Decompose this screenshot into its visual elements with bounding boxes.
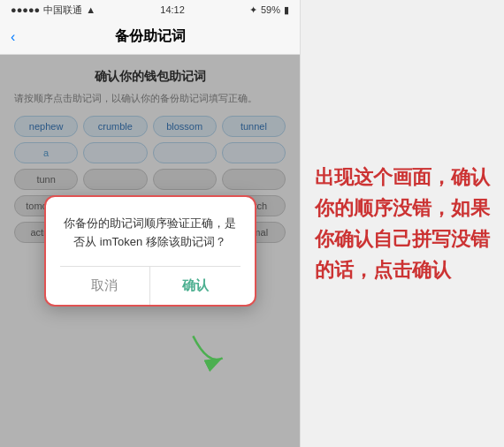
dialog-box: 你备份的助记词顺序验证正确，是否从 imToken 移除该助记词？ 取消 确认 (44, 195, 256, 307)
signal-dots: ●●●●● (11, 4, 40, 15)
arrow-icon (186, 329, 230, 373)
dialog-message: 你备份的助记词顺序验证正确，是否从 imToken 移除该助记词？ (60, 215, 241, 252)
status-left: ●●●●● 中国联通 ▲ (11, 4, 95, 17)
battery-label: 59% (261, 4, 280, 15)
status-bar: ●●●●● 中国联通 ▲ 14:12 ✦ 59% ▮ (0, 0, 300, 19)
nav-title: 备份助记词 (115, 27, 186, 46)
dialog-buttons: 取消 确认 (60, 266, 241, 305)
wifi-icon: ▲ (86, 4, 95, 15)
main-content: 确认你的钱包助记词 请按顺序点击助记词，以确认你的备份助记词填写正确。 neph… (0, 55, 300, 447)
dialog-cancel-button[interactable]: 取消 (60, 267, 151, 305)
phone-panel: ●●●●● 中国联通 ▲ 14:12 ✦ 59% ▮ ‹ 备份助记词 确认你的钱… (0, 0, 301, 447)
back-button[interactable]: ‹ (11, 29, 15, 45)
time-label: 14:12 (160, 4, 185, 15)
annotation-panel: 出现这个画面，确认你的顺序没错，如果你确认自己拼写没错的话，点击确认 (301, 0, 504, 447)
annotation-text: 出现这个画面，确认你的顺序没错，如果你确认自己拼写没错的话，点击确认 (315, 162, 490, 286)
battery-icon: ▮ (284, 4, 289, 16)
arrow-container (186, 329, 230, 376)
bluetooth-icon: ✦ (249, 4, 257, 16)
dialog-overlay: 你备份的助记词顺序验证正确，是否从 imToken 移除该助记词？ 取消 确认 (0, 55, 300, 447)
status-right: ✦ 59% ▮ (249, 4, 289, 16)
nav-bar: ‹ 备份助记词 (0, 19, 300, 55)
dialog-confirm-button[interactable]: 确认 (150, 267, 241, 305)
carrier-label: 中国联通 (43, 4, 82, 17)
